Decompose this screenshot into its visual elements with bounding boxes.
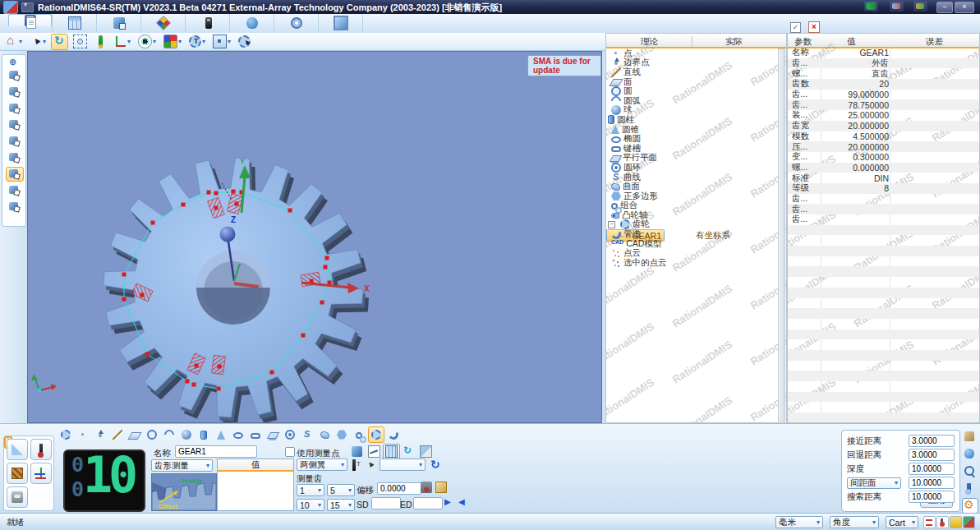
probe-red-icon[interactable]	[936, 516, 949, 528]
viewport-3d[interactable]: YZX SMA is due for update	[27, 51, 602, 423]
geom-arc-button[interactable]	[161, 426, 177, 443]
tree-header-actual[interactable]: 实际	[725, 36, 743, 48]
window-menu-icon[interactable]	[21, 2, 34, 12]
pin-icon[interactable]: ⊕	[9, 57, 16, 67]
params-header-value[interactable]: 值	[847, 36, 856, 48]
capture-box-button[interactable]: ▾	[210, 34, 233, 50]
gear-select-button[interactable]	[236, 34, 253, 50]
approach-input[interactable]	[909, 491, 955, 503]
geom-gear-button[interactable]	[58, 426, 74, 443]
left-tool-button-2[interactable]	[6, 85, 24, 99]
chevron-down-icon[interactable]: ▾	[19, 38, 22, 45]
geom-gear-button[interactable]	[368, 426, 384, 443]
left-tool-button-4[interactable]	[6, 118, 24, 132]
param-row[interactable]: 齿数20	[788, 79, 979, 90]
main-tab-color-diamond[interactable]	[141, 14, 186, 32]
geom-surface-button[interactable]	[316, 426, 333, 443]
geom-slot-button[interactable]	[247, 426, 264, 443]
tree-header-theoretical[interactable]: 理论	[641, 36, 658, 48]
param-row[interactable]: 齿...	[788, 214, 979, 225]
view-tab-grid[interactable]	[383, 444, 400, 459]
units-select[interactable]: 毫米▾	[775, 516, 823, 528]
left-tool-button-9[interactable]	[6, 200, 24, 214]
screens-icon[interactable]	[890, 1, 904, 12]
left-tool-button-1[interactable]	[6, 68, 24, 83]
sd-input[interactable]	[371, 497, 401, 509]
empty-select[interactable]: ▾	[380, 459, 426, 471]
rotate-ccw-icon[interactable]	[430, 458, 442, 469]
ed-input[interactable]	[413, 497, 443, 509]
use-measure-points-checkbox[interactable]	[285, 447, 295, 457]
collapse-toggle[interactable]: −	[608, 221, 615, 228]
gear-settings-button[interactable]	[962, 498, 978, 514]
touch-point-icon[interactable]	[421, 482, 432, 493]
geom-combine-button[interactable]	[351, 426, 367, 443]
zoom-search-button[interactable]	[962, 463, 978, 479]
chevron-down-icon[interactable]: ▾	[153, 38, 156, 45]
approach-input[interactable]	[909, 477, 955, 489]
probe-blue-button[interactable]	[962, 481, 978, 496]
param-row[interactable]: 齿...	[788, 194, 979, 205]
geom-cylinder-button[interactable]	[196, 426, 212, 443]
palette-button[interactable]: ▾	[161, 34, 184, 50]
param-row[interactable]: 压...20.000000	[788, 141, 979, 152]
param-row[interactable]: 螺...0.000000	[788, 163, 979, 173]
rotate-view-button[interactable]	[51, 34, 68, 50]
machine-tool-button[interactable]	[7, 486, 28, 508]
geom-sphere-button[interactable]	[178, 426, 195, 443]
tooth-select-3[interactable]: 10▾	[297, 499, 324, 511]
tree-row[interactable]: 面	[606, 77, 786, 87]
geom-polygon-button[interactable]	[334, 426, 350, 443]
tooth-select-1[interactable]: 1▾	[297, 484, 324, 496]
left-tool-button-6[interactable]	[6, 150, 24, 165]
name-input[interactable]	[175, 445, 257, 458]
zoom-window-button[interactable]	[71, 34, 90, 50]
tree-row[interactable]: 圆弧	[606, 96, 786, 106]
tree-row[interactable]: 选中的点云	[606, 258, 786, 268]
axes-red-icon[interactable]	[923, 516, 936, 528]
param-row[interactable]: 模数4.500000	[788, 131, 979, 142]
param-row[interactable]: 齿宽20.000000	[788, 121, 979, 131]
view-tab-graph[interactable]	[366, 444, 383, 459]
param-row[interactable]: 等级8	[788, 183, 979, 194]
controller-icon[interactable]	[913, 1, 927, 12]
param-row[interactable]: 变...0.300000	[788, 152, 979, 163]
tooth-select-2[interactable]: 5▾	[327, 484, 355, 496]
left-tool-button-7[interactable]	[6, 167, 24, 182]
check-toggle[interactable]: ✓	[790, 22, 801, 33]
main-tab-blue-shell[interactable]	[230, 14, 274, 32]
pick-point-icon[interactable]	[365, 459, 376, 471]
offset-input[interactable]	[377, 482, 421, 495]
probe-tool-button[interactable]	[30, 439, 52, 460]
param-row[interactable]: 齿...78.750000	[788, 99, 979, 110]
gamepad-icon[interactable]	[864, 1, 878, 12]
visibility-button[interactable]: ▾	[136, 34, 159, 50]
main-tab-disc[interactable]	[274, 14, 319, 32]
close-panel-icon[interactable]: ×	[808, 21, 820, 33]
tree-row[interactable]: 直线	[606, 67, 786, 77]
chevron-down-icon[interactable]: ▾	[127, 38, 131, 45]
main-tab-black-device[interactable]	[186, 14, 230, 32]
coord-select[interactable]: Cart▾	[886, 516, 918, 528]
param-row[interactable]: 螺...直齿	[788, 68, 979, 79]
hand-tool-button[interactable]	[962, 429, 978, 445]
approach-input[interactable]	[909, 435, 955, 447]
chevron-down-icon[interactable]: ▾	[178, 38, 182, 45]
geom-point-button[interactable]	[75, 426, 91, 443]
left-tool-button-3[interactable]	[6, 101, 24, 116]
chevron-down-icon[interactable]: ▾	[202, 38, 205, 45]
param-row[interactable]: 装...25.000000	[788, 110, 979, 121]
geom-ellipse-button[interactable]	[230, 426, 246, 443]
cage-tool-button[interactable]	[7, 463, 28, 484]
left-tool-button-8[interactable]	[6, 183, 24, 198]
angle-select[interactable]: 角度▾	[830, 516, 879, 528]
spacing-face-select[interactable]: 间距面▾	[847, 477, 901, 489]
step-forward-icon[interactable]	[444, 497, 455, 509]
main-tab-monitor[interactable]	[319, 14, 363, 32]
axes-button[interactable]: ▾	[112, 34, 133, 50]
params-header-error[interactable]: 误差	[926, 36, 943, 48]
geom-curve-button[interactable]	[299, 426, 315, 443]
geom-parallel-planes-button[interactable]	[265, 426, 281, 443]
left-tool-button-5[interactable]	[6, 134, 24, 149]
chevron-down-icon[interactable]: ▾	[43, 38, 46, 45]
